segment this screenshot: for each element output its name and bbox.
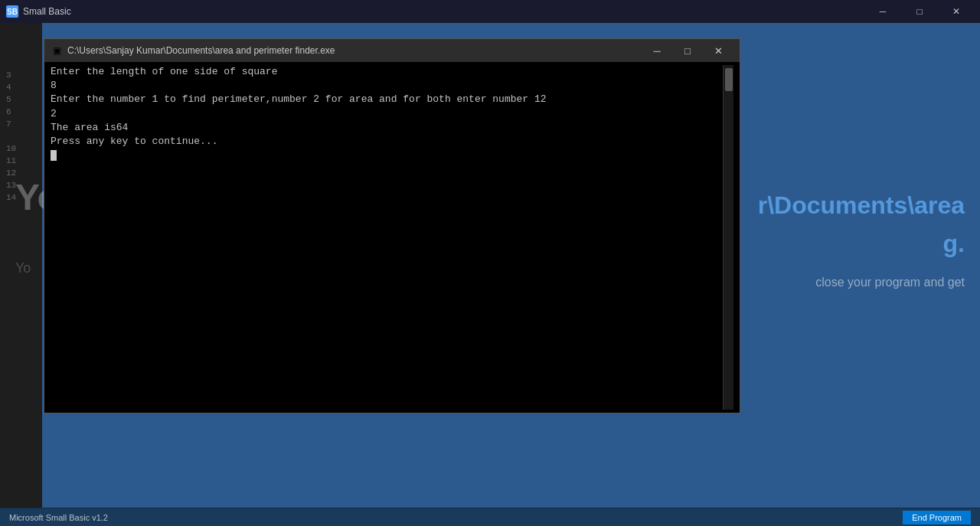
console-line-1: Enter the length of one side of square — [51, 65, 723, 79]
line-num-blank1 — [0, 130, 42, 142]
bg-right-text-2: g. — [943, 230, 965, 258]
app-minimize-button[interactable]: ─ — [865, 0, 900, 23]
app-close-button[interactable]: ✕ — [939, 0, 974, 23]
scrollbar-thumb[interactable] — [725, 68, 733, 91]
console-window-controls: ─ □ ✕ — [642, 40, 733, 61]
console-close-button[interactable]: ✕ — [703, 40, 733, 61]
app-icon: SB — [6, 5, 18, 18]
line-num-11: 11 — [0, 155, 42, 167]
console-minimize-button[interactable]: ─ — [642, 40, 672, 61]
end-program-button[interactable]: End Program — [903, 511, 971, 524]
line-num-10: 10 — [0, 142, 42, 155]
console-cursor — [51, 150, 57, 161]
app-title: Small Basic — [23, 6, 71, 17]
bg-right-text-3: close your program and get — [815, 276, 965, 289]
console-content: Enter the length of one side of square 8… — [44, 62, 740, 413]
console-line-4: 2 — [51, 107, 723, 121]
bg-right-text-1: r\Documents\area — [758, 191, 965, 220]
app-titlebar: SB Small Basic ─ □ ✕ — [0, 0, 980, 23]
console-title: C:\Users\Sanjay Kumar\Documents\area and… — [67, 45, 637, 56]
main-background: 3 4 5 6 7 10 11 12 13 14 area and p Yo Y… — [0, 23, 980, 526]
console-line-6: Press any key to continue... — [51, 135, 723, 149]
line-num-7: 7 — [0, 118, 42, 130]
console-line-3: Enter the number 1 to find perimeter,num… — [51, 93, 723, 106]
console-line-2: 8 — [51, 79, 723, 93]
console-icon: ▣ — [51, 44, 63, 57]
console-output: Enter the length of one side of square 8… — [51, 65, 723, 410]
status-bar: Microsoft Small Basic v1.2 End Program — [0, 508, 980, 526]
version-text: Microsoft Small Basic v1.2 — [9, 513, 108, 522]
console-line-5: The area is64 — [51, 121, 723, 135]
console-scrollbar[interactable] — [723, 65, 733, 410]
console-cursor-line — [51, 149, 723, 162]
line-num-6: 6 — [0, 106, 42, 118]
console-window: ▣ C:\Users\Sanjay Kumar\Documents\area a… — [44, 38, 740, 413]
line-num-3: 3 — [0, 69, 42, 81]
app-maximize-button[interactable]: □ — [902, 0, 937, 23]
console-titlebar: ▣ C:\Users\Sanjay Kumar\Documents\area a… — [44, 39, 740, 62]
console-maximize-button[interactable]: □ — [672, 40, 703, 61]
app-window-controls: ─ □ ✕ — [865, 0, 974, 23]
